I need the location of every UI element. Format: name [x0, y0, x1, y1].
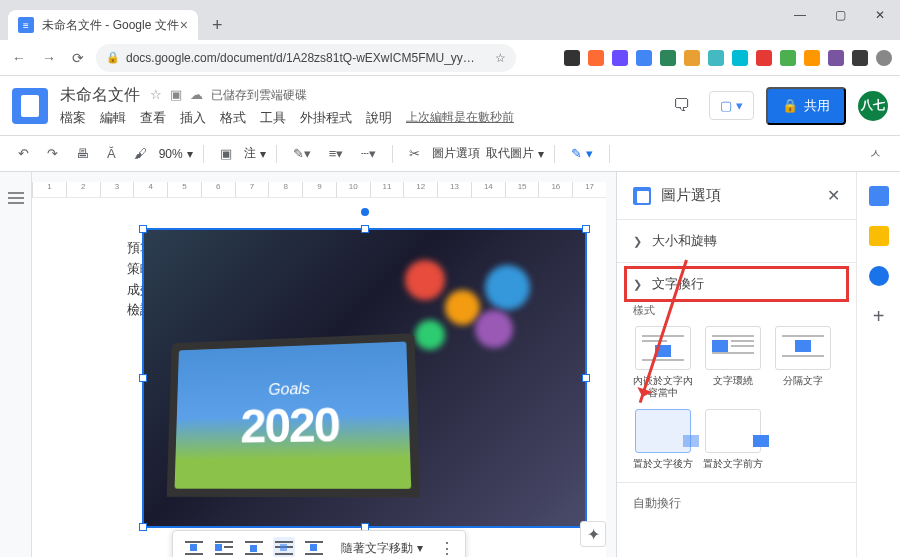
extension-icons — [564, 50, 892, 66]
image-options-panel: 圖片選項 ✕ ❯ 大小和旋轉 ❯ 文字換行 樣式 內嵌於文字內容當中 — [616, 172, 856, 557]
ext-icon[interactable] — [588, 50, 604, 66]
wrap-behind-icon[interactable] — [273, 537, 295, 557]
keep-addon-icon[interactable] — [869, 226, 889, 246]
docs-logo-icon[interactable] — [12, 88, 48, 124]
wrap-option-behind[interactable]: 置於文字後方 — [633, 409, 693, 470]
resize-handle[interactable] — [139, 374, 147, 382]
editing-mode-button[interactable]: ✎ ▾ — [565, 142, 599, 165]
ext-icon[interactable] — [660, 50, 676, 66]
spellcheck-button[interactable]: Ă — [101, 142, 122, 165]
wrap-option-break[interactable]: 分隔文字 — [773, 326, 833, 399]
document-canvas[interactable]: 1234567891011121314151617 預算目標策略成效檢討 Goa… — [32, 172, 616, 557]
replace-image-button[interactable]: 取代圖片 ▾ — [486, 145, 544, 162]
comment-dropdown[interactable]: 注 ▾ — [244, 145, 266, 162]
tasks-addon-icon[interactable] — [869, 266, 889, 286]
new-tab-button[interactable]: + — [204, 11, 231, 40]
close-button[interactable]: ✕ — [860, 0, 900, 30]
tab-title: 未命名文件 - Google 文件 — [42, 17, 179, 34]
ext-icon[interactable] — [780, 50, 796, 66]
ext-icon[interactable] — [636, 50, 652, 66]
menu-view[interactable]: 查看 — [140, 109, 166, 127]
border-weight-button[interactable]: ≡▾ — [323, 142, 350, 165]
ext-icon[interactable] — [684, 50, 700, 66]
undo-button[interactable]: ↶ — [12, 142, 35, 165]
resize-handle[interactable] — [139, 225, 147, 233]
ext-icon[interactable] — [612, 50, 628, 66]
menu-format[interactable]: 格式 — [220, 109, 246, 127]
wrap-option-around[interactable]: 文字環繞 — [703, 326, 763, 399]
add-addon-icon[interactable]: + — [869, 306, 889, 326]
explore-button[interactable]: ✦ — [580, 521, 606, 547]
crop-image-button[interactable]: ✂ — [403, 142, 426, 165]
image-floating-toolbar: 隨著文字移動 ▾ ⋮ — [172, 530, 466, 557]
ext-icon[interactable] — [852, 50, 868, 66]
ext-icon[interactable] — [564, 50, 580, 66]
toolbar: ↶ ↷ 🖶 Ă 🖌 90% ▾ ▣ 注 ▾ ✎▾ ≡▾ ┄▾ ✂ 圖片選項 取代… — [0, 136, 900, 172]
border-dash-button[interactable]: ┄▾ — [355, 142, 382, 165]
bookmark-star-icon[interactable]: ☆ — [495, 51, 506, 65]
avatar[interactable]: 八七 — [858, 91, 888, 121]
ext-icon[interactable] — [804, 50, 820, 66]
text-wrap-section[interactable]: ❯ 文字換行 — [627, 269, 846, 299]
resize-handle[interactable] — [361, 225, 369, 233]
wrap-break-icon[interactable] — [243, 537, 265, 557]
move-icon[interactable]: ▣ — [170, 87, 182, 104]
outline-icon[interactable] — [8, 192, 24, 204]
url-text: docs.google.com/document/d/1A28zs81tQ-wE… — [126, 51, 475, 65]
print-button[interactable]: 🖶 — [70, 142, 95, 165]
doc-title[interactable]: 未命名文件 — [60, 85, 140, 106]
close-panel-icon[interactable]: ✕ — [827, 186, 840, 205]
rotate-handle[interactable] — [361, 208, 369, 216]
wrap-option-front[interactable]: 置於文字前方 — [703, 409, 763, 470]
share-button[interactable]: 🔒 共用 — [766, 87, 846, 125]
forward-button[interactable]: → — [38, 46, 60, 70]
menu-tools[interactable]: 工具 — [260, 109, 286, 127]
last-edit-link[interactable]: 上次編輯是在數秒前 — [406, 109, 514, 127]
ext-icon[interactable] — [828, 50, 844, 66]
menu-file[interactable]: 檔案 — [60, 109, 86, 127]
browser-tab[interactable]: ≡ 未命名文件 - Google 文件 × — [8, 10, 198, 40]
calendar-addon-icon[interactable] — [869, 186, 889, 206]
selected-image[interactable]: Goals2020 — [142, 228, 587, 528]
browser-tabbar: ≡ 未命名文件 - Google 文件 × + — [0, 8, 900, 40]
paint-format-button[interactable]: 🖌 — [128, 142, 153, 165]
reload-button[interactable]: ⟳ — [68, 46, 88, 70]
tab-close-icon[interactable]: × — [180, 17, 188, 33]
resize-handle[interactable] — [582, 225, 590, 233]
comment-history-icon[interactable]: 🗨 — [667, 89, 697, 122]
wrap-front-icon[interactable] — [303, 537, 325, 557]
style-label: 樣式 — [633, 303, 840, 318]
cloud-saved-icon: ☁ — [190, 87, 203, 104]
zoom-dropdown[interactable]: 90% ▾ — [159, 147, 193, 161]
resize-handle[interactable] — [139, 523, 147, 531]
page[interactable]: 預算目標策略成效檢討 Goals2020 — [32, 198, 606, 557]
wrap-inline-icon[interactable] — [183, 537, 205, 557]
menu-addons[interactable]: 外掛程式 — [300, 109, 352, 127]
menu-edit[interactable]: 編輯 — [100, 109, 126, 127]
image-options-button[interactable]: 圖片選項 — [432, 145, 480, 162]
wrap-around-icon[interactable] — [213, 537, 235, 557]
url-input[interactable]: 🔒 docs.google.com/document/d/1A28zs81tQ-… — [96, 44, 516, 72]
ruler[interactable]: 1234567891011121314151617 — [32, 182, 606, 198]
menu-insert[interactable]: 插入 — [180, 109, 206, 127]
back-button[interactable]: ← — [8, 46, 30, 70]
wrap-option-inline[interactable]: 內嵌於文字內容當中 — [633, 326, 693, 399]
ext-icon[interactable] — [708, 50, 724, 66]
present-button[interactable]: ▢ ▾ — [709, 91, 754, 120]
star-icon[interactable]: ☆ — [150, 87, 162, 104]
border-color-button[interactable]: ✎▾ — [287, 142, 317, 165]
maximize-button[interactable]: ▢ — [820, 0, 860, 30]
size-rotation-section[interactable]: ❯ 大小和旋轉 — [633, 232, 840, 250]
resize-handle[interactable] — [582, 374, 590, 382]
minimize-button[interactable]: — — [780, 0, 820, 30]
profile-icon[interactable] — [876, 50, 892, 66]
collapse-toolbar-button[interactable]: ㅅ — [863, 141, 888, 167]
ext-icon[interactable] — [756, 50, 772, 66]
crop-button[interactable]: ▣ — [214, 142, 238, 165]
redo-button[interactable]: ↷ — [41, 142, 64, 165]
ext-icon[interactable] — [732, 50, 748, 66]
more-options-icon[interactable]: ⋮ — [439, 539, 455, 558]
menu-help[interactable]: 說明 — [366, 109, 392, 127]
move-with-text-dropdown[interactable]: 隨著文字移動 ▾ — [341, 540, 423, 557]
image-content: Goals2020 — [144, 230, 585, 526]
